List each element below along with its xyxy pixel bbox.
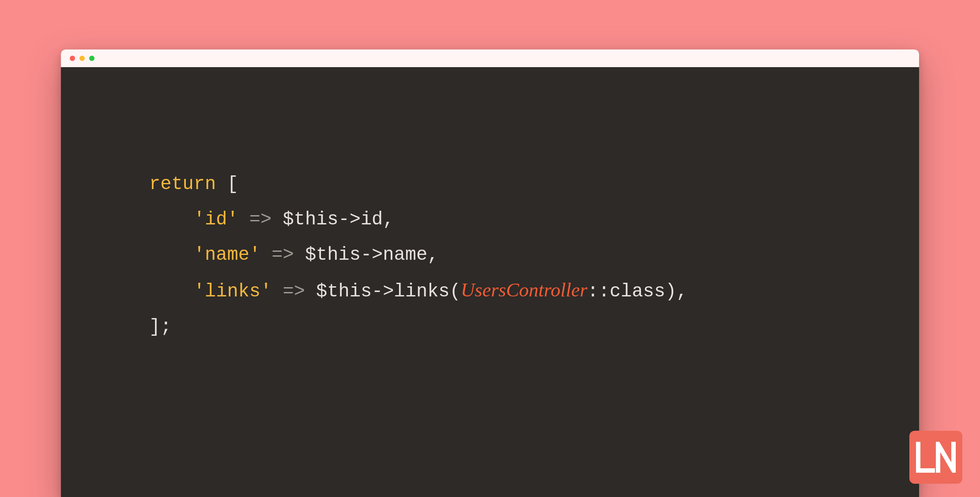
code-arrow: =>	[260, 244, 305, 266]
code-indent	[149, 244, 194, 266]
code-arrow: =>	[271, 281, 316, 302]
editor-window: return [ 'id' => $this->id, 'name' => $t…	[61, 49, 919, 497]
string-key-id: 'id'	[194, 209, 238, 230]
code-indent	[149, 281, 194, 302]
keyword-return: return	[149, 174, 216, 195]
logo-badge	[909, 431, 962, 484]
code-arrow: =>	[238, 209, 283, 230]
code-text: $this->links(	[316, 281, 461, 302]
code-indent	[149, 209, 194, 230]
code-text: $this->id,	[283, 209, 394, 230]
maximize-icon[interactable]	[89, 56, 94, 61]
code-block: return [ 'id' => $this->id, 'name' => $t…	[61, 67, 919, 345]
code-text: ];	[149, 316, 171, 338]
code-text: $this->name,	[305, 244, 438, 266]
class-name: UsersController	[461, 279, 588, 301]
logo-ln-icon	[916, 442, 956, 473]
minimize-icon[interactable]	[79, 56, 85, 61]
code-text: ::class),	[588, 281, 688, 302]
string-key-links: 'links'	[194, 281, 271, 302]
string-key-name: 'name'	[194, 244, 260, 266]
window-titlebar	[61, 49, 919, 67]
code-text: [	[216, 174, 238, 195]
close-icon[interactable]	[70, 56, 75, 61]
